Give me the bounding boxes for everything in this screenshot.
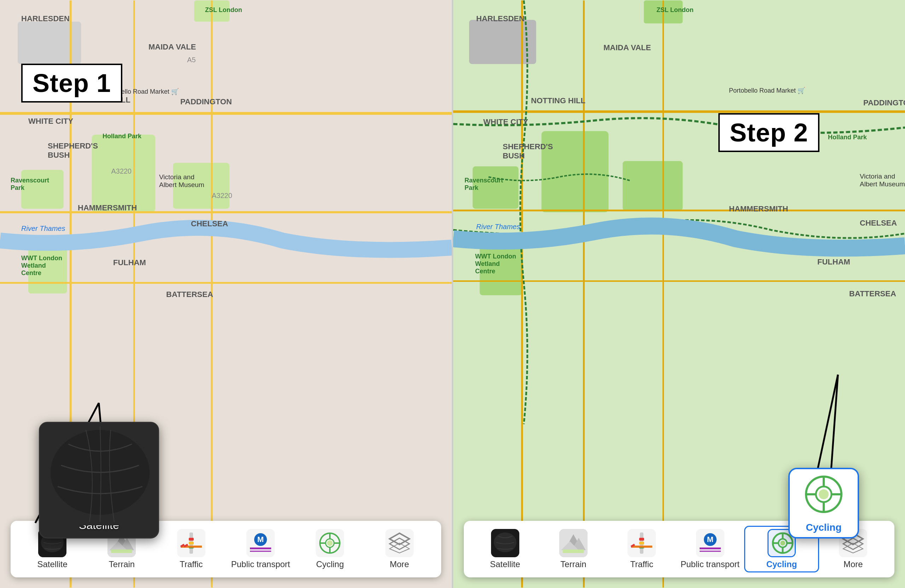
svg-rect-83 <box>639 538 644 540</box>
svg-rect-84 <box>639 542 644 545</box>
toolbar-label-cycling-right: Cycling <box>767 559 797 570</box>
svg-text:A3220: A3220 <box>111 167 132 175</box>
toolbar-item-traffic-right[interactable]: Traffic <box>608 529 676 570</box>
svg-text:A3220: A3220 <box>212 192 232 199</box>
toolbar-item-transit-left[interactable]: M Public transport <box>226 529 295 570</box>
traffic-icon-left <box>177 529 205 557</box>
cycling-popup: Cycling <box>788 468 859 539</box>
toolbar-label-traffic-right: Traffic <box>630 559 653 570</box>
toolbar-item-more-left[interactable]: More <box>365 529 434 570</box>
toolbar-label-traffic-left: Traffic <box>179 559 203 570</box>
toolbar-label-transit-right: Public transport <box>681 559 740 570</box>
svg-rect-1 <box>21 170 64 209</box>
more-icon-left <box>385 529 414 557</box>
toolbar-label-terrain-left: Terrain <box>109 559 135 570</box>
transit-icon-left: M <box>246 529 275 557</box>
svg-rect-54 <box>622 161 683 211</box>
transit-icon-right: M <box>696 529 724 557</box>
right-panel: HARLESDEN MAIDA VALE NOTTING HILL PADDIN… <box>453 0 905 588</box>
step-label-1: Step 1 <box>21 64 122 103</box>
toolbar-label-satellite-right: Satellite <box>490 559 520 570</box>
toolbar-label-cycling-left: Cycling <box>316 559 344 570</box>
svg-rect-30 <box>189 542 194 545</box>
svg-text:A5: A5 <box>187 56 195 64</box>
svg-rect-3 <box>28 248 67 294</box>
toolbar-item-traffic-left[interactable]: Traffic <box>157 529 226 570</box>
satellite-icon-right <box>491 529 519 557</box>
toolbar-item-transit-right[interactable]: M Public transport <box>676 529 744 570</box>
left-panel: A3220 A5 A3220 HARLESDEN MAIDA VALE NOTT… <box>0 0 452 588</box>
cycling-icon-left <box>316 529 344 557</box>
toolbar-label-transit-left: Public transport <box>231 559 290 570</box>
panel-divider <box>452 0 453 588</box>
svg-rect-80 <box>563 550 584 553</box>
svg-rect-55 <box>480 246 522 295</box>
satellite-popup: Satellite <box>39 422 159 539</box>
toolbar-item-terrain-right[interactable]: Terrain <box>539 529 607 570</box>
traffic-icon-right <box>627 529 656 557</box>
svg-point-47 <box>327 540 333 546</box>
svg-rect-29 <box>189 538 194 540</box>
svg-text:M: M <box>257 535 264 544</box>
svg-rect-53 <box>473 167 519 209</box>
svg-rect-57 <box>469 20 536 64</box>
toolbar-label-more-left: More <box>390 559 409 570</box>
cycling-popup-label: Cycling <box>806 519 841 533</box>
svg-text:M: M <box>707 535 713 544</box>
step-label-2: Step 2 <box>718 113 819 152</box>
toolbar-label-terrain-right: Terrain <box>560 559 586 570</box>
toolbar-item-satellite-right[interactable]: Satellite <box>471 529 539 570</box>
toolbar-item-cycling-left[interactable]: Cycling <box>295 529 365 570</box>
terrain-icon-right <box>559 529 587 557</box>
svg-point-67 <box>819 489 829 499</box>
toolbar-label-satellite-left: Satellite <box>37 559 67 570</box>
toolbar-label-more-right: More <box>843 559 863 570</box>
svg-rect-26 <box>111 550 132 553</box>
svg-rect-2 <box>173 163 229 209</box>
svg-rect-52 <box>541 131 609 213</box>
svg-point-96 <box>780 540 785 545</box>
